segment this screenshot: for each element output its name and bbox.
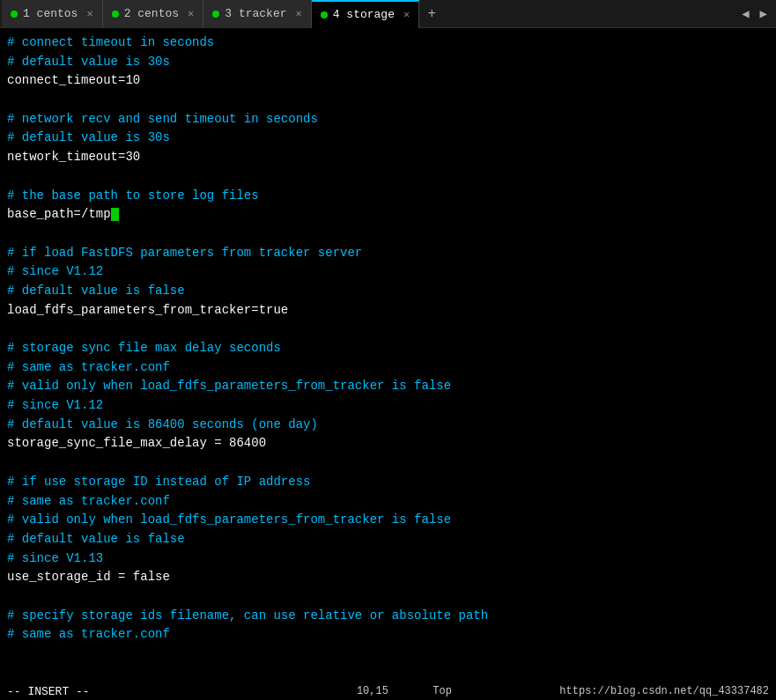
tab-label: 1 centos <box>23 7 78 20</box>
tab-label: 4 storage <box>333 8 395 21</box>
editor-line: # if use storage ID instead of IP addres… <box>7 475 310 489</box>
tab-next-button[interactable]: ▶ <box>757 4 771 23</box>
editor-line: connect_timeout=10 <box>7 73 140 87</box>
insert-mode-label: -- INSERT -- <box>7 685 90 698</box>
tab-bar: 1 centos✕2 centos✕3 tracker✕4 storage✕+ … <box>0 0 776 28</box>
editor-line: storage_sync_file_max_delay = 86400 <box>7 436 266 450</box>
tab-tab4[interactable]: 4 storage✕ <box>312 0 419 28</box>
tab-close-button[interactable]: ✕ <box>296 7 302 20</box>
tab-tab1[interactable]: 1 centos✕ <box>2 0 103 28</box>
editor-line: # same as tracker.conf <box>7 494 170 508</box>
tab-navigation: ◀ ▶ <box>738 4 776 23</box>
editor-line: base_path=/tmp <box>7 207 119 221</box>
text-cursor <box>111 208 119 221</box>
editor-line: # specify storage ids filename, can use … <box>7 608 488 623</box>
editor-line: network_timeout=30 <box>7 150 140 164</box>
editor-line: # storage sync file max delay seconds <box>7 341 281 355</box>
editor-line: # valid only when load_fdfs_parameters_f… <box>7 379 451 393</box>
editor-line: # if load FastDFS parameters from tracke… <box>7 246 362 260</box>
tab-dot <box>321 11 328 18</box>
editor-line: # same as tracker.conf <box>7 627 170 641</box>
tab-dot <box>112 11 119 18</box>
scroll-position: Top <box>432 685 452 697</box>
tab-label: 3 tracker <box>225 7 286 20</box>
tab-dot <box>212 11 219 18</box>
editor-line: # the base path to store log files <box>7 188 259 203</box>
editor-line: use_storage_id = false <box>7 570 170 584</box>
editor-area[interactable]: # connect timeout in seconds # default v… <box>0 28 776 700</box>
tab-close-button[interactable]: ✕ <box>188 7 194 20</box>
editor-line: # since V1.12 <box>7 264 103 278</box>
editor-content: # connect timeout in seconds # default v… <box>7 33 769 645</box>
page-url: https://blog.csdn.net/qq_43337482 <box>559 685 769 697</box>
tab-close-button[interactable]: ✕ <box>403 8 410 21</box>
tab-prev-button[interactable]: ◀ <box>738 4 752 23</box>
editor-line: # same as tracker.conf <box>7 360 170 374</box>
cursor-position: 10,15 <box>357 685 388 697</box>
add-tab-button[interactable]: + <box>419 2 444 26</box>
tab-close-button[interactable]: ✕ <box>86 7 92 20</box>
status-bar: -- INSERT -- 10,15 Top https://blog.csdn… <box>0 683 776 700</box>
editor-line: # since V1.12 <box>7 398 103 412</box>
editor-line: # default value is false <box>7 284 185 298</box>
status-info: 10,15 Top https://blog.csdn.net/qq_43337… <box>357 685 769 698</box>
editor-line: # default value is 86400 seconds (one da… <box>7 417 318 431</box>
editor-line: load_fdfs_parameters_from_tracker=true <box>7 303 288 317</box>
tab-tab2[interactable]: 2 centos✕ <box>103 0 204 28</box>
editor-line: # connect timeout in seconds <box>7 35 214 49</box>
editor-line: # since V1.13 <box>7 551 103 565</box>
tab-label: 2 centos <box>124 7 179 20</box>
tab-dot <box>11 11 18 18</box>
editor-line: # default value is 30s <box>7 55 170 69</box>
tab-tab3[interactable]: 3 tracker✕ <box>203 0 311 28</box>
editor-line: # default value is 30s <box>7 130 170 144</box>
editor-line: # default value is false <box>7 532 185 546</box>
editor-line: # network recv and send timeout in secon… <box>7 112 318 126</box>
editor-line: # valid only when load_fdfs_parameters_f… <box>7 512 451 527</box>
